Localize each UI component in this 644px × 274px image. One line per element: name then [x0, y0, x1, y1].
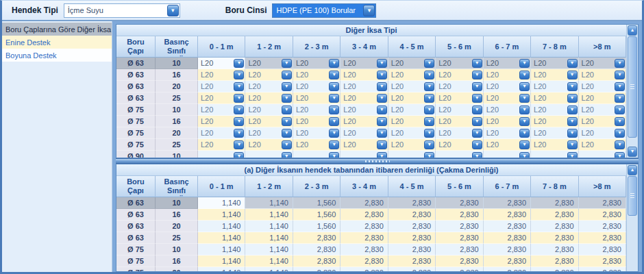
column-header-boru-basinc-sinifi[interactable]: Boru Basınç Sınıfı (ATÜ) — [156, 176, 198, 197]
chevron-down-icon[interactable]: ▾ — [615, 152, 625, 158]
column-header-depth-range-4[interactable]: 4 - 5 m — [388, 176, 436, 197]
scrollbar-thumb[interactable] — [628, 176, 637, 216]
depth-value-cell[interactable]: 1,560 — [293, 209, 340, 221]
depth-value-cell[interactable]: 2,830 — [484, 267, 531, 271]
row-header-pressure-class[interactable]: 16 — [156, 256, 198, 267]
iksa-type-combobox[interactable]: L20▾ — [484, 81, 531, 92]
column-header-depth-range-8[interactable]: >8 m — [579, 36, 626, 58]
iksa-type-combobox[interactable]: ▾ — [436, 151, 483, 158]
chevron-down-icon[interactable]: ▾ — [424, 105, 434, 114]
depth-value-cell[interactable]: 2,830 — [531, 197, 578, 209]
iksa-type-combobox[interactable]: L20▾ — [436, 127, 483, 139]
depth-value-cell[interactable]: 2,830 — [388, 197, 436, 209]
chevron-down-icon[interactable]: ▾ — [615, 94, 625, 103]
column-header-depth-range-2[interactable]: 2 - 3 m — [293, 176, 340, 197]
chevron-down-icon[interactable]: ▾ — [234, 82, 244, 91]
iksa-type-combobox[interactable]: L20▾ — [531, 116, 578, 127]
column-header-boru-basinc-sinifi[interactable]: Boru Basınç Sınıfı (ATÜ) — [156, 36, 198, 58]
iksa-type-combobox[interactable]: L20▾ — [531, 81, 578, 92]
iksa-type-combobox[interactable]: L20▾ — [388, 139, 436, 151]
column-header-depth-range-8[interactable]: >8 m — [579, 176, 626, 197]
chevron-down-icon[interactable]: ▾ — [377, 71, 387, 79]
row-header-pipe-diameter[interactable]: Ø 63 — [116, 209, 156, 221]
iksa-type-combobox[interactable]: ▾ — [198, 151, 245, 158]
iksa-type-combobox[interactable]: L20▾ — [579, 81, 626, 92]
depth-value-cell[interactable]: 2,830 — [579, 232, 626, 244]
iksa-type-combobox[interactable]: L20▾ — [579, 58, 626, 69]
chevron-down-icon[interactable]: ▾ — [472, 71, 482, 79]
iksa-type-combobox[interactable]: L20▾ — [436, 139, 483, 151]
iksa-type-combobox[interactable]: L20▾ — [293, 116, 340, 127]
chevron-down-icon[interactable]: ▾ — [615, 140, 625, 149]
chevron-down-icon[interactable]: ▾ — [282, 129, 292, 138]
chevron-down-icon[interactable]: ▾ — [519, 82, 530, 91]
column-header-depth-range-0[interactable]: 0 - 1 m — [198, 36, 245, 58]
depth-value-cell[interactable]: 2,830 — [579, 244, 626, 256]
iksa-table-scrollbar[interactable]: ▴ ▾ — [626, 25, 638, 158]
iksa-type-combobox[interactable]: L20▾ — [340, 58, 388, 69]
chevron-down-icon[interactable]: ▾ — [167, 5, 179, 16]
chevron-down-icon[interactable]: ▾ — [234, 59, 244, 68]
chevron-down-icon[interactable]: ▾ — [234, 152, 244, 158]
chevron-down-icon[interactable]: ▾ — [329, 117, 339, 126]
depth-value-cell[interactable]: 2,830 — [579, 256, 626, 267]
chevron-down-icon[interactable]: ▾ — [282, 71, 292, 79]
chevron-down-icon[interactable]: ▾ — [567, 117, 578, 126]
depth-value-cell[interactable]: 2,830 — [340, 256, 388, 267]
row-header-pressure-class[interactable]: 20 — [156, 127, 198, 139]
depth-value-cell[interactable]: 1,140 — [245, 197, 293, 209]
depth-value-cell[interactable]: 2,830 — [293, 232, 340, 244]
chevron-down-icon[interactable]: ▾ — [329, 152, 339, 158]
depth-value-cell[interactable]: 2,830 — [484, 209, 531, 221]
iksa-type-combobox[interactable]: ▾ — [293, 151, 340, 158]
column-header-boru-capi[interactable]: Boru Çapı — [116, 36, 156, 58]
iksa-type-combobox[interactable]: L20▾ — [245, 58, 293, 69]
chevron-down-icon[interactable]: ▾ — [234, 105, 244, 114]
chevron-down-icon[interactable]: ▾ — [519, 117, 530, 126]
depth-value-cell[interactable]: 2,830 — [484, 244, 531, 256]
depth-value-cell[interactable]: 2,830 — [340, 197, 388, 209]
depth-value-cell[interactable]: 2,830 — [484, 221, 531, 232]
row-header-pipe-diameter[interactable]: Ø 63 — [116, 92, 156, 104]
chevron-down-icon[interactable]: ▾ — [377, 129, 387, 138]
chevron-down-icon[interactable]: ▾ — [282, 105, 292, 114]
chevron-down-icon[interactable]: ▾ — [377, 140, 387, 149]
chevron-down-icon[interactable]: ▾ — [519, 71, 530, 79]
depth-value-cell[interactable]: 2,830 — [293, 256, 340, 267]
chevron-down-icon[interactable]: ▾ — [567, 129, 578, 138]
row-header-pipe-diameter[interactable]: Ø 63 — [116, 221, 156, 232]
depth-value-cell[interactable]: 1,140 — [198, 232, 245, 244]
depth-value-cell[interactable]: 1,140 — [245, 209, 293, 221]
scrollbar-track[interactable] — [627, 216, 638, 271]
iksa-type-combobox[interactable]: L20▾ — [484, 104, 531, 116]
iksa-type-combobox[interactable]: L20▾ — [531, 139, 578, 151]
row-header-pressure-class[interactable]: 25 — [156, 92, 198, 104]
row-header-pressure-class[interactable]: 20 — [156, 267, 198, 271]
column-header-depth-range-0[interactable]: 0 - 1 m — [198, 176, 245, 197]
iksa-type-combobox[interactable]: L20▾ — [388, 69, 436, 81]
iksa-type-combobox[interactable]: L20▾ — [436, 92, 483, 104]
iksa-type-combobox[interactable]: ▾ — [340, 151, 388, 158]
chevron-down-icon[interactable]: ▾ — [615, 129, 625, 138]
row-header-pressure-class[interactable]: 20 — [156, 221, 198, 232]
iksa-type-combobox[interactable]: L20▾ — [245, 139, 293, 151]
iksa-type-combobox[interactable]: L20▾ — [484, 69, 531, 81]
chevron-down-icon[interactable]: ▾ — [567, 82, 578, 91]
depth-value-cell[interactable]: 1,140 — [245, 232, 293, 244]
depth-value-cell[interactable]: 2,830 — [436, 221, 483, 232]
row-header-pressure-class[interactable]: 10 — [156, 58, 198, 69]
iksa-type-combobox[interactable]: ▾ — [484, 151, 531, 158]
boru-cinsi-combobox[interactable]: HDPE (PE 100) Borular ▾ — [272, 3, 376, 18]
row-header-pressure-class[interactable]: 16 — [156, 209, 198, 221]
iksa-type-combobox[interactable]: L20▾ — [436, 116, 483, 127]
iksa-type-combobox[interactable]: L20▾ — [293, 92, 340, 104]
iksa-type-combobox[interactable]: L20▾ — [293, 139, 340, 151]
iksa-type-combobox[interactable]: ▾ — [245, 151, 293, 158]
chevron-down-icon[interactable]: ▾ — [234, 71, 244, 79]
iksa-type-combobox[interactable]: ▾ — [579, 151, 626, 158]
iksa-type-combobox[interactable]: L20▾ — [579, 127, 626, 139]
iksa-type-combobox[interactable]: L20▾ — [245, 116, 293, 127]
depth-value-cell[interactable]: 2,830 — [340, 267, 388, 271]
chevron-down-icon[interactable]: ▾ — [472, 94, 482, 103]
chevron-down-icon[interactable]: ▾ — [615, 71, 625, 79]
